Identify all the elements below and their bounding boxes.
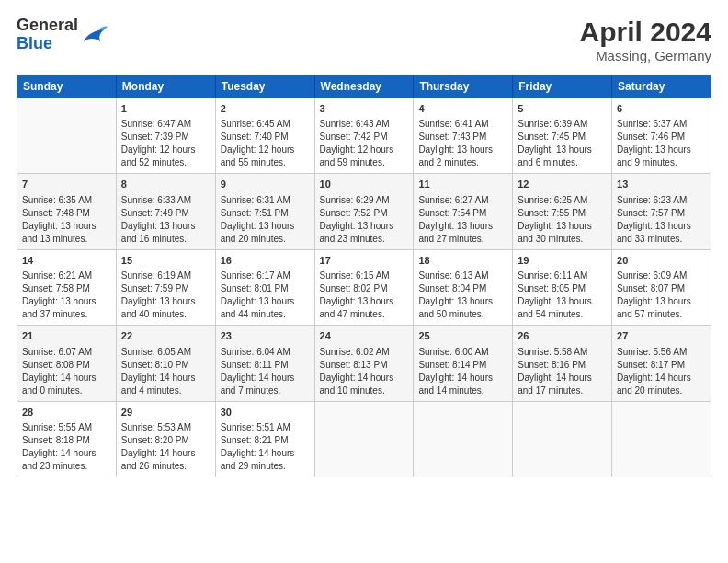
day-info: Daylight: 14 hours <box>617 372 706 385</box>
calendar-cell <box>314 401 414 477</box>
header: General Blue April 2024 Massing, Germany <box>17 17 711 63</box>
day-info: Daylight: 14 hours <box>418 372 507 385</box>
day-info: and 23 minutes. <box>22 460 111 473</box>
calendar-cell: 20Sunrise: 6:09 AMSunset: 8:07 PMDayligh… <box>612 249 711 325</box>
day-number: 12 <box>518 178 607 191</box>
calendar-cell: 6Sunrise: 6:37 AMSunset: 7:46 PMDaylight… <box>612 98 711 174</box>
calendar-cell: 22Sunrise: 6:05 AMSunset: 8:10 PMDayligh… <box>116 326 215 401</box>
day-number: 19 <box>518 254 607 268</box>
week-row-3: 14Sunrise: 6:21 AMSunset: 7:58 PMDayligh… <box>17 249 711 325</box>
day-info: Sunset: 8:13 PM <box>320 359 409 372</box>
day-number: 26 <box>518 329 607 343</box>
calendar-cell: 5Sunrise: 6:39 AMSunset: 7:45 PMDaylight… <box>513 98 612 174</box>
day-info: Sunset: 7:45 PM <box>518 131 607 144</box>
calendar-cell: 30Sunrise: 5:51 AMSunset: 8:21 PMDayligh… <box>215 401 314 477</box>
day-info: Daylight: 13 hours <box>617 144 706 156</box>
day-info: Sunset: 7:40 PM <box>221 131 310 144</box>
day-info: Daylight: 13 hours <box>518 295 607 308</box>
day-info: and 20 minutes. <box>221 233 310 246</box>
day-number: 30 <box>221 406 310 419</box>
day-info: Daylight: 13 hours <box>617 220 706 233</box>
calendar-cell <box>513 401 612 477</box>
day-info: Daylight: 13 hours <box>418 220 507 233</box>
header-day-friday: Friday <box>513 75 612 98</box>
logo-text: General Blue <box>17 17 78 53</box>
day-info: Sunset: 8:07 PM <box>617 282 706 295</box>
day-info: Sunrise: 5:55 AM <box>22 421 111 434</box>
day-info: Sunrise: 6:39 AM <box>518 118 607 131</box>
day-number: 3 <box>320 102 409 116</box>
day-info: and 27 minutes. <box>418 233 507 246</box>
day-number: 10 <box>320 178 409 191</box>
day-info: Sunset: 7:43 PM <box>418 131 507 144</box>
day-info: Sunset: 8:20 PM <box>121 434 210 447</box>
day-info: and 47 minutes. <box>320 308 409 321</box>
day-number: 7 <box>22 178 111 191</box>
calendar-cell: 27Sunrise: 5:56 AMSunset: 8:17 PMDayligh… <box>612 326 711 401</box>
day-info: Sunrise: 6:47 AM <box>121 118 210 131</box>
day-info: Daylight: 14 hours <box>518 372 607 385</box>
logo-blue: Blue <box>17 34 52 52</box>
week-row-5: 28Sunrise: 5:55 AMSunset: 8:18 PMDayligh… <box>17 401 711 477</box>
day-info: Daylight: 13 hours <box>121 295 210 308</box>
day-info: Sunrise: 6:09 AM <box>617 270 706 282</box>
day-info: Sunrise: 6:23 AM <box>617 194 706 207</box>
day-info: Daylight: 13 hours <box>518 220 607 233</box>
day-info: Sunrise: 6:04 AM <box>221 346 310 359</box>
day-info: Sunrise: 6:43 AM <box>320 118 409 131</box>
day-info: Sunset: 8:01 PM <box>221 282 310 295</box>
logo: General Blue <box>17 17 108 53</box>
day-info: Sunset: 7:54 PM <box>418 207 507 220</box>
day-number: 11 <box>418 178 507 191</box>
day-info: Sunrise: 6:13 AM <box>418 270 507 282</box>
day-info: and 57 minutes. <box>617 308 706 321</box>
day-info: Daylight: 14 hours <box>221 447 310 460</box>
day-info: Sunrise: 6:15 AM <box>320 270 409 282</box>
day-info: and 37 minutes. <box>22 308 111 321</box>
day-info: Sunrise: 6:25 AM <box>518 194 607 207</box>
day-info: and 4 minutes. <box>121 385 210 397</box>
day-info: and 23 minutes. <box>320 233 409 246</box>
day-info: Daylight: 13 hours <box>418 144 507 156</box>
calendar-cell: 9Sunrise: 6:31 AMSunset: 7:51 PMDaylight… <box>215 174 314 249</box>
day-info: Daylight: 13 hours <box>22 220 111 233</box>
day-number: 9 <box>221 178 310 191</box>
week-row-4: 21Sunrise: 6:07 AMSunset: 8:08 PMDayligh… <box>17 326 711 401</box>
calendar-cell: 25Sunrise: 6:00 AMSunset: 8:14 PMDayligh… <box>414 326 513 401</box>
day-info: and 2 minutes. <box>418 156 507 169</box>
day-info: Sunrise: 5:51 AM <box>221 421 310 434</box>
calendar-cell: 17Sunrise: 6:15 AMSunset: 8:02 PMDayligh… <box>314 249 414 325</box>
logo-general: General <box>17 16 78 34</box>
day-info: Sunrise: 6:31 AM <box>221 194 310 207</box>
header-row: SundayMondayTuesdayWednesdayThursdayFrid… <box>17 75 711 98</box>
calendar-cell: 26Sunrise: 5:58 AMSunset: 8:16 PMDayligh… <box>513 326 612 401</box>
day-info: Sunset: 8:21 PM <box>221 434 310 447</box>
day-number: 5 <box>518 102 607 116</box>
day-info: Sunrise: 6:45 AM <box>221 118 310 131</box>
day-info: Daylight: 14 hours <box>121 372 210 385</box>
day-number: 21 <box>22 329 111 343</box>
calendar-cell: 3Sunrise: 6:43 AMSunset: 7:42 PMDaylight… <box>314 98 414 174</box>
day-info: and 52 minutes. <box>121 156 210 169</box>
calendar-cell: 18Sunrise: 6:13 AMSunset: 8:04 PMDayligh… <box>414 249 513 325</box>
day-info: and 7 minutes. <box>221 385 310 397</box>
day-number: 13 <box>617 178 706 191</box>
day-info: Sunset: 7:55 PM <box>518 207 607 220</box>
calendar-cell: 23Sunrise: 6:04 AMSunset: 8:11 PMDayligh… <box>215 326 314 401</box>
day-info: and 59 minutes. <box>320 156 409 169</box>
calendar-cell: 15Sunrise: 6:19 AMSunset: 7:59 PMDayligh… <box>116 249 215 325</box>
day-info: Sunset: 7:42 PM <box>320 131 409 144</box>
day-info: Daylight: 13 hours <box>121 220 210 233</box>
week-row-1: 1Sunrise: 6:47 AMSunset: 7:39 PMDaylight… <box>17 98 711 174</box>
calendar-cell <box>612 401 711 477</box>
day-number: 14 <box>22 254 111 268</box>
day-info: Sunset: 7:51 PM <box>221 207 310 220</box>
day-number: 1 <box>121 102 210 116</box>
day-info: Daylight: 13 hours <box>617 295 706 308</box>
calendar-cell: 7Sunrise: 6:35 AMSunset: 7:48 PMDaylight… <box>17 174 117 249</box>
day-number: 20 <box>617 254 706 268</box>
day-info: Sunset: 8:16 PM <box>518 359 607 372</box>
calendar-subtitle: Massing, Germany <box>580 48 711 63</box>
day-info: Sunset: 7:46 PM <box>617 131 706 144</box>
day-info: Daylight: 14 hours <box>320 372 409 385</box>
